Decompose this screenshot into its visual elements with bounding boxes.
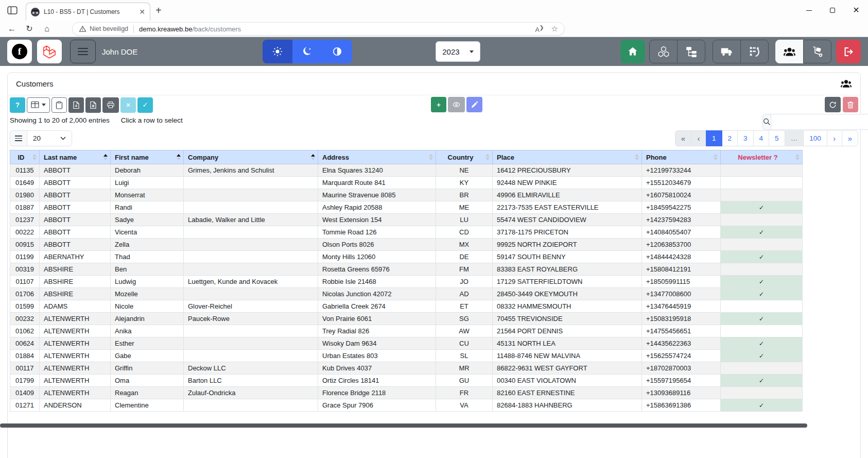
- reload-button[interactable]: [825, 97, 841, 112]
- laravel-button[interactable]: [37, 40, 62, 63]
- page-length-control: 20: [10, 130, 72, 146]
- newsletter-cell: [721, 177, 803, 189]
- table-row[interactable]: 01062ALTENWERTHAnikaTrey Radial 826AW215…: [10, 325, 803, 337]
- table-row[interactable]: 01271ANDERSONClementineGrace Spur 7906VA…: [10, 399, 803, 412]
- pagination-page-100[interactable]: 100: [803, 130, 827, 146]
- pagination-last-button[interactable]: »: [842, 130, 858, 146]
- table-row[interactable]: 01107ABSHIRELudwigLuettgen, Kunde and Ko…: [10, 276, 803, 288]
- pagination-prev-button[interactable]: ‹: [691, 130, 706, 146]
- cell: +15625574724: [642, 350, 721, 362]
- favorite-star-icon[interactable]: ☆: [551, 24, 558, 33]
- search-input[interactable]: [771, 114, 868, 130]
- sidebar-toggle-button[interactable]: [70, 40, 96, 63]
- cell: Marquardt Route 841: [318, 177, 436, 189]
- new-tab-button[interactable]: +: [155, 5, 162, 16]
- customers-button[interactable]: [775, 40, 804, 63]
- cell: FR: [436, 387, 493, 399]
- table-row[interactable]: 00319ABSHIREBenRosetta Greens 65976FM833…: [10, 263, 803, 276]
- logout-button[interactable]: [836, 40, 861, 63]
- table-row[interactable]: 00232ALTENWERTHAlejandrinPaucek-RoweVon …: [10, 313, 803, 325]
- pagination-page-2[interactable]: 2: [722, 130, 738, 146]
- url-field[interactable]: Niet beveiligd demo.kreaweb.be/back/cust…: [72, 22, 565, 36]
- window-maximize-button[interactable]: [821, 0, 844, 21]
- horizontal-scrollbar[interactable]: [0, 423, 807, 428]
- add-record-button[interactable]: +: [431, 97, 446, 112]
- pagination-page-3[interactable]: 3: [737, 130, 754, 146]
- cell: Wisoky Dam 9634: [318, 337, 436, 350]
- edit-record-button[interactable]: [466, 97, 482, 112]
- theme-auto-button[interactable]: [322, 40, 352, 63]
- column-header-last-name[interactable]: Last name: [40, 150, 111, 164]
- window-minimize-button[interactable]: [797, 0, 821, 21]
- cell: Monty Hills 12060: [318, 251, 436, 263]
- table-row[interactable]: 01649ABBOTTLuigiMarquardt Route 841KY924…: [10, 177, 803, 189]
- column-header-newsletter[interactable]: Newsletter ?: [721, 150, 803, 164]
- table-row[interactable]: 00222ABBOTTVicentaTommie Road 126CD37178…: [10, 226, 803, 239]
- deliveries-button[interactable]: [803, 40, 831, 63]
- security-label[interactable]: Niet beveiligd: [90, 25, 128, 32]
- table-row[interactable]: 01237ABBOTTSadyeLabadie, Walker and Litt…: [10, 214, 803, 226]
- cell: Grace Spur 7906: [318, 399, 436, 412]
- table-row[interactable]: 01799ALTENWERTHOmaBarton LLCOrtiz Circle…: [10, 375, 803, 387]
- help-button[interactable]: ?: [10, 97, 25, 113]
- home-icon[interactable]: ⌂: [38, 24, 56, 33]
- orders-button[interactable]: [740, 40, 769, 63]
- table-row[interactable]: 00915ABBOTTZellaOlson Ports 8026MX99925 …: [10, 239, 803, 251]
- theme-dark-button[interactable]: [292, 40, 322, 63]
- table-row[interactable]: 01199ABERNATHYThadMonty Hills 12060DE591…: [10, 251, 803, 263]
- page-url[interactable]: demo.kreaweb.be/back/customers: [139, 25, 241, 33]
- export-pdf-button[interactable]: [68, 97, 84, 113]
- pagination-next-button[interactable]: ›: [827, 130, 842, 146]
- column-header-place[interactable]: Place: [493, 150, 642, 164]
- print-button[interactable]: [102, 97, 119, 113]
- sort-arrows-icon: [485, 154, 490, 160]
- tab-close-icon[interactable]: ✕: [139, 8, 145, 16]
- cell: +14084055407: [642, 226, 721, 239]
- window-close-button[interactable]: ✕: [844, 0, 868, 21]
- pagination-first-button[interactable]: «: [675, 130, 691, 146]
- page-length-select[interactable]: 20: [27, 130, 72, 146]
- facebook-button[interactable]: f: [7, 40, 32, 63]
- cell: 28450-3449 OKEYMOUTH: [493, 288, 642, 300]
- deselect-button[interactable]: ×: [120, 97, 136, 113]
- column-header-address[interactable]: Address: [318, 150, 436, 164]
- theme-light-button[interactable]: [263, 40, 292, 63]
- suppliers-button[interactable]: [713, 40, 741, 63]
- cell: +14435622363: [642, 337, 721, 350]
- year-select[interactable]: 2023: [436, 41, 480, 62]
- pagination-page-1[interactable]: 1: [706, 130, 722, 146]
- cell: 45131 NORTH LEA: [493, 337, 642, 350]
- table-row[interactable]: 01884ALTENWERTHGabeUrban Estates 803SL11…: [10, 350, 803, 362]
- table-row[interactable]: 01409ALTENWERTHReaganZulauf-OndrickaFlor…: [10, 387, 803, 399]
- column-header-phone[interactable]: Phone: [642, 150, 721, 164]
- column-header-country[interactable]: Country: [436, 150, 493, 164]
- view-record-button[interactable]: [448, 97, 465, 112]
- dashboard-home-button[interactable]: [620, 40, 645, 63]
- table-row[interactable]: 01135ABBOTTDeborahGrimes, Jenkins and Sc…: [10, 164, 803, 177]
- pagination-page-5[interactable]: 5: [769, 130, 785, 146]
- pagination-page-4[interactable]: 4: [753, 130, 770, 146]
- column-header-first-name[interactable]: First name: [111, 150, 184, 164]
- products-button[interactable]: [649, 40, 678, 63]
- table-row[interactable]: 01980ABBOTTMonserratMaurine Stravenue 80…: [10, 189, 803, 201]
- table-row[interactable]: 01706ABSHIREMozelleNicolas Junction 4207…: [10, 288, 803, 300]
- column-visibility-button[interactable]: [27, 97, 50, 113]
- tab-actions-icon[interactable]: [7, 5, 18, 15]
- refresh-icon[interactable]: ↻: [21, 24, 38, 33]
- table-row[interactable]: 01887ABBOTTRandiAshley Rapid 20588ME2217…: [10, 201, 803, 214]
- column-header-company[interactable]: Company: [184, 150, 318, 164]
- back-icon[interactable]: ←: [3, 24, 21, 33]
- copy-button[interactable]: [51, 97, 67, 113]
- categories-button[interactable]: [677, 40, 705, 63]
- export-excel-button[interactable]: [85, 97, 101, 113]
- delete-button[interactable]: [843, 97, 858, 112]
- pagination-ellipsis[interactable]: …: [785, 130, 804, 146]
- table-row[interactable]: 01599ADAMSNicoleGlover-ReichelGabriella …: [10, 300, 803, 313]
- table-row[interactable]: 00117ALTENWERTHGriffinDeckow LLCKub Driv…: [10, 362, 803, 375]
- truck-icon: [720, 45, 734, 58]
- browser-tab[interactable]: L10 - BS5 - DT | Customers ✕: [26, 3, 150, 21]
- select-confirm-button[interactable]: ✓: [137, 97, 153, 113]
- table-row[interactable]: 00624ALTENWERTHEstherWisoky Dam 9634CU45…: [10, 337, 803, 350]
- column-header-id[interactable]: ID: [10, 150, 40, 164]
- read-aloud-icon[interactable]: A❯: [535, 24, 544, 33]
